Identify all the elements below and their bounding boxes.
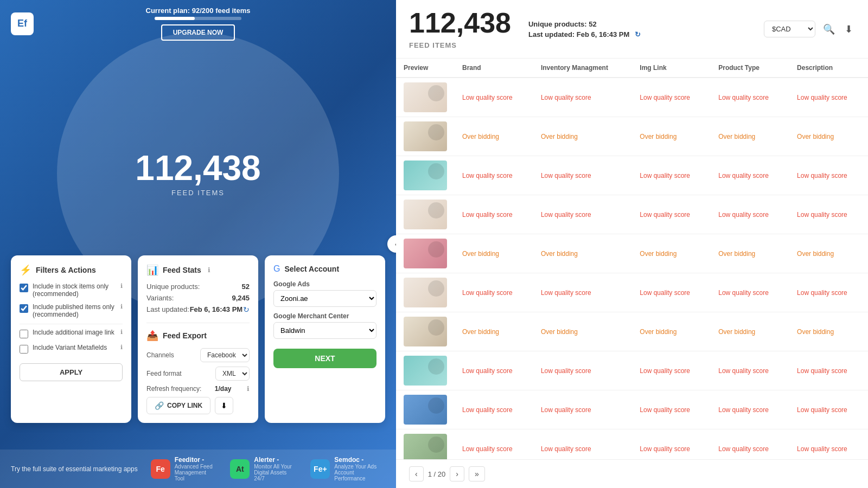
table-header-row: Preview Brand Inventory Managment Img Li…: [396, 59, 868, 78]
product-image: [404, 356, 447, 386]
product-type-cell: Over bidding: [711, 234, 789, 273]
imglink-cell: Low quality score: [632, 195, 711, 234]
filters-card: ⚡ Filters & Actions Include in stock ite…: [11, 255, 131, 423]
alerter-app[interactable]: At Alerter - Monitor All Your Digital As…: [230, 456, 297, 481]
right-feed-count: 112,438: [409, 9, 511, 37]
copy-link-button[interactable]: 🔗 COPY LINK: [146, 397, 210, 414]
filter-row-3: Include additional image link ℹ: [20, 329, 123, 338]
filter-instock-info[interactable]: ℹ: [120, 282, 123, 290]
download-button[interactable]: ⬇: [215, 397, 233, 414]
col-preview: Preview: [396, 59, 455, 78]
variants-value: 9,245: [232, 294, 250, 302]
product-image: [404, 121, 447, 151]
header-meta: Unique products: 52 Last updated: Feb 6,…: [528, 20, 641, 38]
unique-products-label: Unique products:: [146, 282, 200, 291]
download-header-button[interactable]: ⬇: [843, 21, 855, 37]
preview-cell: [396, 117, 455, 156]
refresh-info-icon[interactable]: ℹ: [247, 385, 250, 393]
filter-icon: ⚡: [20, 264, 31, 276]
collapse-arrow[interactable]: ‹: [387, 235, 396, 253]
refresh-icon[interactable]: ↻: [243, 305, 250, 314]
upgrade-button[interactable]: UPGRADE NOW: [161, 24, 235, 41]
semdoc-text: Semdoc - Analyze Your Ads Account Perfor…: [334, 456, 385, 481]
preview-cell: [396, 234, 455, 273]
currency-select[interactable]: $CAD $USD €EUR: [764, 21, 815, 37]
table-row: Over bidding Over bidding Over bidding O…: [396, 117, 868, 156]
pagination: ‹ 1 / 20 › »: [396, 459, 868, 488]
filter-variant-info[interactable]: ℹ: [120, 344, 123, 351]
search-button[interactable]: 🔍: [821, 21, 837, 37]
table-row: Over bidding Over bidding Over bidding O…: [396, 312, 868, 351]
next-page-button[interactable]: ›: [450, 466, 464, 481]
col-inventory: Inventory Managment: [533, 59, 632, 78]
product-image: [404, 395, 447, 425]
last-updated-value: Feb 6, 16:43 PM: [190, 305, 243, 314]
imglink-cell: Over bidding: [632, 234, 711, 273]
google-ads-label: Google Ads: [273, 280, 376, 288]
semdoc-name: Semdoc -: [334, 456, 385, 464]
right-feed-items-label: FEED ITEMS: [409, 41, 511, 49]
next-button[interactable]: NEXT: [273, 349, 376, 368]
channels-row: Channels Facebook Google Pinterest: [146, 348, 250, 362]
product-type-cell: Low quality score: [711, 429, 789, 460]
filter-additional-image-info[interactable]: ℹ: [120, 329, 123, 336]
prev-page-button[interactable]: ‹: [409, 466, 424, 481]
format-select[interactable]: XML CSV: [215, 367, 250, 381]
last-page-button[interactable]: »: [469, 466, 485, 481]
filter-published-checkbox[interactable]: [20, 304, 28, 313]
feeditor-desc: Advanced Feed Management Tool: [175, 464, 218, 481]
google-ads-select[interactable]: Zooni.ae: [273, 290, 376, 307]
imglink-cell: Low quality score: [632, 390, 711, 429]
filter-variant-checkbox[interactable]: [20, 345, 28, 354]
feed-export-title: Feed Export: [163, 331, 207, 340]
format-row: Feed format XML CSV: [146, 367, 250, 381]
imglink-cell: Over bidding: [632, 117, 711, 156]
merchant-select[interactable]: Baldwin: [273, 322, 376, 339]
products-table: Preview Brand Inventory Managment Img Li…: [396, 59, 868, 459]
product-type-cell: Over bidding: [711, 312, 789, 351]
product-type-cell: Low quality score: [711, 78, 789, 117]
variants-label: Variants:: [146, 294, 174, 302]
cards-row: ⚡ Filters & Actions Include in stock ite…: [11, 255, 385, 423]
feeditor-app[interactable]: Fe Feeditor - Advanced Feed Management T…: [151, 456, 218, 481]
brand-cell: Low quality score: [455, 195, 533, 234]
feed-stats-title: Feed Stats: [163, 266, 201, 274]
filter-additional-image-checkbox[interactable]: [20, 330, 28, 338]
preview-cell: [396, 195, 455, 234]
filter-published-info[interactable]: ℹ: [120, 303, 123, 310]
brand-cell: Low quality score: [455, 390, 533, 429]
unique-products-value: 52: [242, 282, 250, 291]
product-image: [404, 434, 447, 459]
filter-instock-checkbox[interactable]: [20, 284, 28, 292]
brand-cell: Over bidding: [455, 312, 533, 351]
description-cell: Low quality score: [789, 195, 868, 234]
table-row: Over bidding Over bidding Over bidding O…: [396, 234, 868, 273]
channels-select[interactable]: Facebook Google Pinterest: [200, 348, 250, 362]
semdoc-icon: Fe+: [310, 459, 330, 479]
feeditor-icon: Fe: [151, 459, 170, 479]
apply-button[interactable]: APPLY: [20, 363, 123, 381]
channels-label: Channels: [146, 351, 174, 359]
refresh-header-icon[interactable]: ↻: [635, 30, 641, 38]
product-type-cell: Low quality score: [711, 273, 789, 312]
filter-row-2: Include published items only (recommende…: [20, 303, 123, 318]
feed-items-label: FEED ITEMS: [171, 189, 225, 197]
refresh-freq-label: Refresh frequency:: [146, 385, 201, 393]
product-image: [404, 160, 447, 190]
product-image: [404, 278, 447, 307]
table-row: Low quality score Low quality score Low …: [396, 351, 868, 390]
plan-progress-fill: [155, 17, 195, 20]
description-cell: Low quality score: [789, 390, 868, 429]
filter-instock-label: Include in stock items only (recommended…: [33, 282, 116, 298]
description-cell: Low quality score: [789, 156, 868, 195]
imglink-cell: Low quality score: [632, 78, 711, 117]
feed-stats-info-icon[interactable]: ℹ: [208, 266, 210, 274]
inventory-cell: Over bidding: [533, 234, 632, 273]
table-row: Low quality score Low quality score Low …: [396, 273, 868, 312]
semdoc-app[interactable]: Fe+ Semdoc - Analyze Your Ads Account Pe…: [310, 456, 385, 481]
right-panel: 112,438 FEED ITEMS Unique products: 52 L…: [396, 0, 868, 488]
alerter-icon: At: [230, 459, 250, 479]
product-type-cell: Low quality score: [711, 156, 789, 195]
apps-try-text: Try the full suite of essential marketin…: [11, 465, 138, 473]
filters-card-header: ⚡ Filters & Actions: [20, 264, 123, 276]
